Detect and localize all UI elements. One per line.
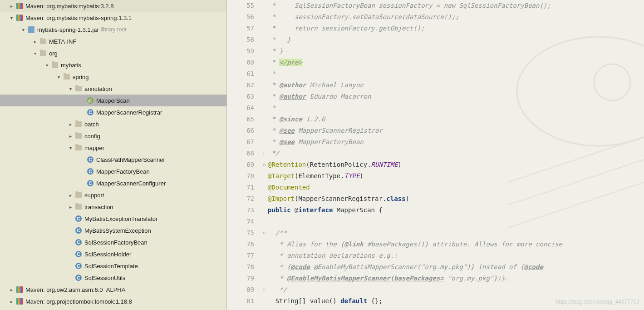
fold-marker[interactable] <box>261 125 268 136</box>
tree-arrow-icon[interactable] <box>67 215 74 222</box>
code-line-63[interactable]: * @author Eduardo Macarron <box>268 91 644 102</box>
fold-marker[interactable] <box>261 102 268 114</box>
tree-item-sqlsessionfactorybean[interactable]: CSqlSessionFactoryBean <box>0 236 226 248</box>
tree-arrow-icon[interactable]: ▸ <box>8 3 15 9</box>
code-line-72[interactable]: @Import(MapperScannerRegistrar.class) <box>268 193 644 205</box>
tree-arrow-icon[interactable]: ▸ <box>67 133 74 139</box>
tree-arrow-icon[interactable]: ▸ <box>67 204 74 210</box>
code-line-62[interactable]: * @author Michael Lanyon <box>268 80 644 91</box>
tree-item-mapperscannerregistrar[interactable]: CMapperScannerRegistrar <box>0 106 226 118</box>
fold-column[interactable]: ⌐⊟—⊟⌐ <box>261 0 268 310</box>
tree-item-mapperfactorybean[interactable]: CMapperFactoryBean <box>0 165 226 177</box>
tree-item-maven--org-projectlombok-lombok-1-18-8[interactable]: ▸Maven: org.projectlombok:lombok:1.18.8 <box>0 295 226 307</box>
fold-marker[interactable]: — <box>261 193 268 205</box>
tree-item-mybatis[interactable]: ▾mybatis <box>0 59 226 71</box>
fold-marker[interactable] <box>261 68 268 80</box>
tree-arrow-icon[interactable]: ▾ <box>67 145 74 151</box>
fold-marker[interactable] <box>261 0 268 11</box>
tree-item-annotation[interactable]: ▾annotation <box>0 83 226 95</box>
fold-marker[interactable] <box>261 34 268 45</box>
tree-arrow-icon[interactable]: ▾ <box>32 50 38 56</box>
fold-marker[interactable] <box>261 136 268 148</box>
code-line-58[interactable]: * } <box>268 34 644 45</box>
tree-item-meta-inf[interactable]: ▸META-INF <box>0 35 226 47</box>
tree-item-mapper[interactable]: ▾mapper <box>0 142 226 154</box>
tree-arrow-icon[interactable]: ▾ <box>67 85 74 92</box>
tree-item-config[interactable]: ▸config <box>0 130 226 142</box>
tree-item-batch[interactable]: ▸batch <box>0 118 226 130</box>
tree-item-support[interactable]: ▸support <box>0 189 226 201</box>
code-line-55[interactable]: * SqlSessionFactoryBean sessionFactory =… <box>268 0 644 11</box>
fold-marker[interactable] <box>261 273 268 284</box>
code-line-61[interactable]: * <box>268 68 644 80</box>
fold-marker[interactable] <box>261 57 268 68</box>
tree-arrow-icon[interactable] <box>79 109 85 115</box>
code-line-59[interactable]: * } <box>268 45 644 57</box>
code-line-73[interactable]: public @interface MapperScan { <box>268 205 644 216</box>
tree-item-sqlsessionholder[interactable]: CSqlSessionHolder <box>0 248 226 260</box>
tree-item-sqlsessiontemplate[interactable]: CSqlSessionTemplate <box>0 260 226 272</box>
fold-marker[interactable] <box>261 23 268 34</box>
tree-item-maven--org-mybatis-mybatis-3-2-8[interactable]: ▸Maven: org.mybatis:mybatis:3.2.8 <box>0 0 226 12</box>
code-line-69[interactable]: @Retention(RetentionPolicy.RUNTIME) <box>268 159 644 170</box>
tree-arrow-icon[interactable] <box>67 263 74 269</box>
tree-arrow-icon[interactable]: ▸ <box>67 121 74 127</box>
tree-item-mybatissystemexception[interactable]: CMyBatisSystemException <box>0 225 226 236</box>
tree-arrow-icon[interactable] <box>79 180 85 186</box>
fold-marker[interactable] <box>261 307 268 310</box>
fold-marker[interactable]: ⌐ <box>261 148 268 159</box>
fold-marker[interactable] <box>261 80 268 91</box>
code-line-77[interactable]: * annotation declarations e.g.: <box>268 250 644 261</box>
tree-item-sqlsessionutils[interactable]: CSqlSessionUtils <box>0 272 226 284</box>
fold-marker[interactable] <box>261 91 268 102</box>
tree-arrow-icon[interactable] <box>67 251 74 257</box>
fold-marker[interactable] <box>261 250 268 261</box>
tree-arrow-icon[interactable] <box>67 227 74 234</box>
fold-marker[interactable] <box>261 170 268 182</box>
tree-item-mybatis-spring-1-3-1-jar[interactable]: ▾mybatis-spring-1.3.1.jarlibrary root <box>0 24 226 35</box>
tree-arrow-icon[interactable] <box>79 97 85 104</box>
code-editor[interactable]: 5556575859606162636465666768697071727374… <box>227 0 644 310</box>
tree-item-mapperscan[interactable]: @MapperScan <box>0 95 226 106</box>
tree-item-classpathmapperscanner[interactable]: CClassPathMapperScanner <box>0 154 226 165</box>
code-line-65[interactable]: * @since 1.2.0 <box>268 114 644 125</box>
code-line-80[interactable]: */ <box>268 284 644 295</box>
fold-marker[interactable] <box>261 295 268 307</box>
tree-arrow-icon[interactable]: ▸ <box>8 286 15 293</box>
tree-arrow-icon[interactable]: ▸ <box>32 38 38 45</box>
tree-arrow-icon[interactable]: ▸ <box>67 192 74 198</box>
code-line-57[interactable]: * return sessionFactory.getObject(); <box>268 23 644 34</box>
tree-arrow-icon[interactable]: ▸ <box>8 298 15 305</box>
tree-item-maven--org-mybatis-mybatis-spring-1-3-1[interactable]: ▾Maven: org.mybatis:mybatis-spring:1.3.1 <box>0 12 226 24</box>
tree-item-mybatisexceptiontranslator[interactable]: CMyBatisExceptionTranslator <box>0 213 226 225</box>
code-line-75[interactable]: /** <box>268 227 644 239</box>
tree-arrow-icon[interactable] <box>67 275 74 281</box>
tree-arrow-icon[interactable]: ▾ <box>44 62 50 68</box>
code-line-64[interactable]: * <box>268 102 644 114</box>
fold-marker[interactable] <box>261 239 268 250</box>
code-line-70[interactable]: @Target(ElementType.TYPE) <box>268 170 644 182</box>
code-line-78[interactable]: * {@code @EnableMyBatisMapperScanner("or… <box>268 261 644 273</box>
project-tree[interactable]: ▸Maven: org.mybatis:mybatis:3.2.8▾Maven:… <box>0 0 227 310</box>
tree-arrow-icon[interactable]: ▾ <box>8 15 15 21</box>
tree-item-maven--org-ow2-asm-asm-6-0-alpha[interactable]: ▸Maven: org.ow2.asm:asm:6.0_ALPHA <box>0 284 226 295</box>
fold-marker[interactable]: ⊟ <box>261 159 268 170</box>
tree-arrow-icon[interactable] <box>79 168 85 175</box>
code-line-74[interactable] <box>268 216 644 227</box>
code-line-76[interactable]: * Alias for the {@link #basePackages()} … <box>268 239 644 250</box>
fold-marker[interactable] <box>261 182 268 193</box>
code-line-67[interactable]: * @see MapperFactoryBean <box>268 136 644 148</box>
fold-marker[interactable]: ⌐ <box>261 284 268 295</box>
tree-item-org[interactable]: ▾org <box>0 47 226 59</box>
tree-arrow-icon[interactable]: ▾ <box>55 74 62 80</box>
code-content[interactable]: * SqlSessionFactoryBean sessionFactory =… <box>268 0 644 310</box>
tree-arrow-icon[interactable] <box>67 239 74 245</box>
fold-marker[interactable] <box>261 114 268 125</box>
fold-marker[interactable] <box>261 261 268 273</box>
tree-item-transaction[interactable]: ▸transaction <box>0 201 226 213</box>
tree-arrow-icon[interactable]: ▾ <box>20 26 26 33</box>
tree-item-mapperscannerconfigurer[interactable]: CMapperScannerConfigurer <box>0 177 226 189</box>
code-line-60[interactable]: * </pre> <box>268 57 644 68</box>
fold-marker[interactable]: ⊟ <box>261 227 268 239</box>
fold-marker[interactable] <box>261 45 268 57</box>
